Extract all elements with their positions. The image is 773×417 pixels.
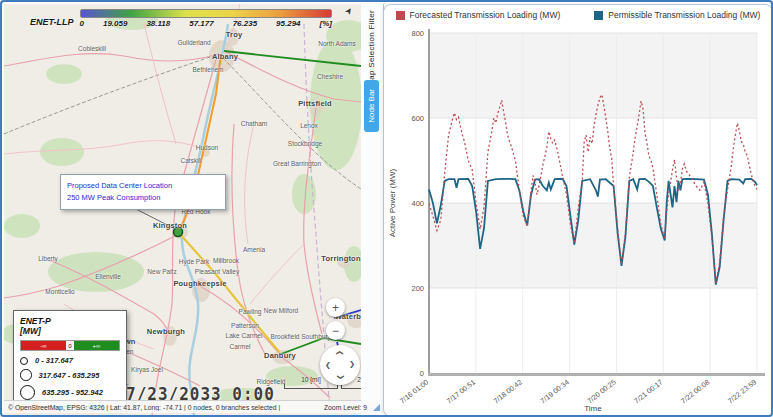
size-circle-icon <box>20 385 35 400</box>
plot-band <box>429 33 757 118</box>
y-tick-label: 600 <box>411 114 424 123</box>
size-circle-icon <box>20 357 28 365</box>
y-tick-label: 800 <box>411 29 424 38</box>
llp-legend: ENET-LLP 019.05938.11857.17776.23595.294… <box>30 9 332 28</box>
x-tick-label: 7/19 00:34 <box>538 377 570 405</box>
llp-unit: [%] <box>320 19 332 28</box>
y-axis-title: Active Power (MW) <box>388 168 397 237</box>
map-status-bar: © OpenStreetMap, EPSG: 4326 | Lat: 41.87… <box>4 400 384 413</box>
enet-p-size-classes: 0 - 317.647317.647 - 635.295635.295 - 95… <box>20 356 120 400</box>
enet-p-zero-label: 0 <box>66 341 74 350</box>
legend-swatch-icon <box>594 11 603 20</box>
enet-p-diverging-bar: -∞ 0 +∞ <box>20 340 120 351</box>
y-tick-label: 0 <box>420 369 424 378</box>
llp-tick: 19.059 <box>103 19 127 28</box>
x-tick-label: 7/22 00:08 <box>679 377 711 405</box>
pan-left-icon[interactable]: ❮ <box>325 361 331 369</box>
size-circle-icon <box>20 369 32 381</box>
transmission-loading-chart: 02004006008007/16 01:007/17 00:517/18 00… <box>385 21 771 415</box>
node-bar-tab[interactable]: Node Bar <box>364 80 379 132</box>
enet-p-positive-segment: +∞ <box>74 341 119 350</box>
legend-item[interactable]: Permissible Transmission Loading (MW) <box>594 10 760 20</box>
app-window: CobleskillGuilderlandTroyAlbanyBethlehem… <box>0 0 773 417</box>
data-center-tooltip: Proposed Data Center Location 250 MW Pea… <box>60 174 226 210</box>
llp-tick: 0 <box>80 19 84 28</box>
zoom-out-button[interactable]: − <box>326 321 345 340</box>
enet-p-title: ENET-P <box>20 316 120 326</box>
node-bar-tab-label: Node Bar <box>367 89 376 123</box>
enet-p-class-row: 317.647 - 635.295 <box>20 369 120 381</box>
pan-right-icon[interactable]: ❮ <box>349 361 355 369</box>
llp-gradient-bar <box>80 9 332 18</box>
tooltip-leader-line <box>134 208 177 230</box>
enet-p-class-label: 317.647 - 635.295 <box>39 371 100 380</box>
resize-grip-icon[interactable] <box>373 404 380 411</box>
y-tick-label: 400 <box>411 199 424 208</box>
zoom-in-button[interactable]: + <box>326 298 345 317</box>
x-tick-label: 7/21 00:17 <box>632 377 664 405</box>
pan-up-icon[interactable]: ❮ <box>336 350 344 356</box>
llp-tick-labels: 019.05938.11857.17776.23595.294[%] <box>80 19 332 28</box>
enet-p-class-row: 635.295 - 952.942 <box>20 385 120 400</box>
attribution-text: © OpenStreetMap, EPSG: 4326 | Lat: 41.87… <box>8 404 318 411</box>
map-panel[interactable]: CobleskillGuilderlandTroyAlbanyBethlehem… <box>4 4 361 415</box>
llp-tick: 76.235 <box>233 19 257 28</box>
pan-down-icon[interactable]: ❮ <box>336 374 344 380</box>
chart-panel: Forecasted Transmission Loading (MW)Perm… <box>383 4 773 417</box>
llp-tick: 57.177 <box>189 19 213 28</box>
enet-p-unit: [MW] <box>20 326 120 336</box>
legend-label: Forecasted Transmission Loading (MW) <box>410 10 561 20</box>
legend-swatch-icon <box>396 11 405 20</box>
enet-p-class-row: 0 - 317.647 <box>20 356 120 365</box>
llp-legend-title: ENET-LLP <box>30 17 74 28</box>
tooltip-line2: 250 MW Peak Consumption <box>67 192 219 204</box>
enet-p-class-label: 635.295 - 952.942 <box>42 388 103 397</box>
x-axis-title: Time <box>584 404 602 413</box>
plot-band <box>429 203 757 288</box>
chart-legend: Forecasted Transmission Loading (MW)Perm… <box>384 5 772 20</box>
map-selection-filter-tab[interactable]: Map Selection Filter <box>367 10 376 87</box>
llp-tick: 95.294 <box>276 19 300 28</box>
proposed-data-center-node[interactable] <box>174 228 183 237</box>
llp-tick: 38.118 <box>146 19 170 28</box>
enet-p-class-label: 0 - 317.647 <box>35 356 73 365</box>
x-tick-label: 7/22 23:59 <box>726 377 758 405</box>
enet-p-negative-segment: -∞ <box>21 341 66 350</box>
pan-control[interactable]: ❮ ❮ ❮ ❮ <box>320 345 360 385</box>
x-tick-label: 7/17 00:51 <box>445 377 477 405</box>
zoom-level-text: Zoom Level: 9 <box>324 404 367 411</box>
enet-p-legend: ENET-P [MW] -∞ 0 +∞ 0 - 317.647317.647 -… <box>13 310 127 407</box>
side-tab-strip: Map Selection Filter Node Bar <box>361 4 384 402</box>
x-tick-label: 7/16 01:00 <box>398 377 430 405</box>
x-tick-label: 7/18 00:42 <box>492 377 524 405</box>
y-tick-label: 200 <box>411 284 424 293</box>
x-tick-label: 7/20 00:25 <box>585 377 617 405</box>
tooltip-line1: Proposed Data Center Location <box>67 180 219 192</box>
hudson-river <box>182 24 228 415</box>
legend-item[interactable]: Forecasted Transmission Loading (MW) <box>396 10 561 20</box>
legend-label: Permissible Transmission Loading (MW) <box>608 10 760 20</box>
